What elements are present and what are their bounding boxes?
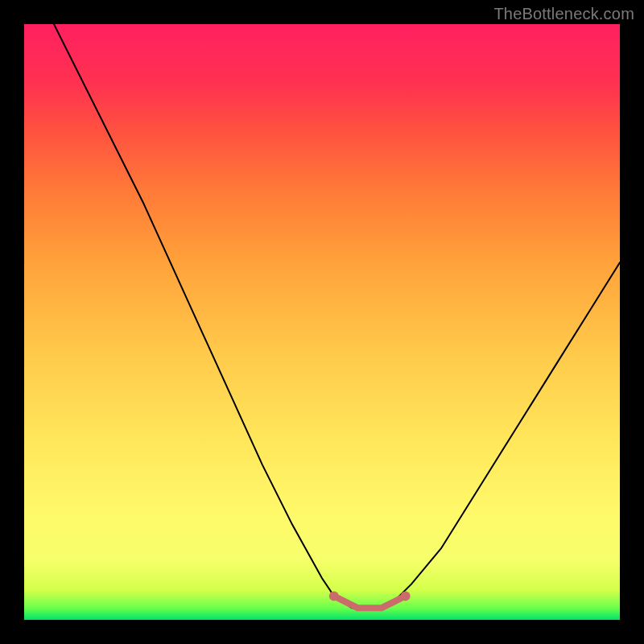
watermark-text: TheBottleneck.com: [493, 5, 634, 23]
gradient-plot-area: [24, 24, 620, 620]
optimal-range-dot-0: [329, 591, 339, 601]
optimal-range-dot-1: [401, 591, 411, 601]
optimal-range-markers: [329, 591, 411, 608]
optimal-range-stroke: [334, 596, 406, 608]
bottleneck-curve-path: [54, 24, 620, 608]
bottleneck-curve-svg: [24, 24, 620, 620]
chart-frame: TheBottleneck.com: [0, 0, 644, 644]
